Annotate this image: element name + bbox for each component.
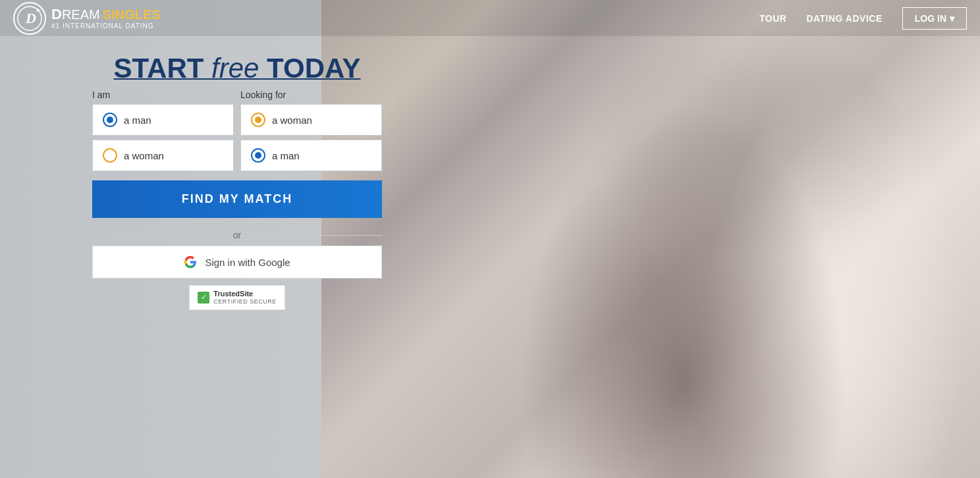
google-signin-button[interactable]: Sign in with Google: [92, 246, 382, 279]
navbar: D D REAM SINGLES #1 INTERNATIONAL DATING…: [0, 0, 980, 36]
looking-for-man-label: a man: [272, 150, 300, 161]
svg-text:D: D: [25, 10, 36, 26]
logo-tagline: #1 INTERNATIONAL DATING: [51, 22, 160, 30]
gender-selection: I am a man a woman Looking for a woman a…: [92, 90, 382, 175]
couple-silhouette: [321, 0, 980, 478]
i-am-man-option[interactable]: a man: [92, 104, 234, 136]
login-button[interactable]: LOG IN ▾: [902, 7, 967, 30]
logo-ream: REAM: [62, 7, 100, 22]
nav-links: TOUR DATING ADVICE LOG IN ▾: [759, 7, 967, 30]
looking-for-label: Looking for: [240, 90, 382, 100]
i-am-label: I am: [92, 90, 234, 100]
logo-text: D REAM SINGLES #1 INTERNATIONAL DATING: [51, 7, 160, 30]
headline-free: free: [211, 53, 267, 84]
trusted-text: TrustedSite CERTIFIED SECURE: [213, 290, 276, 305]
or-divider: or: [92, 230, 382, 240]
logo: D D REAM SINGLES #1 INTERNATIONAL DATING: [13, 2, 160, 35]
looking-for-man-option[interactable]: a man: [240, 140, 382, 171]
trusted-site-label: TrustedSite: [213, 290, 276, 298]
google-icon: [184, 255, 197, 269]
i-am-woman-option[interactable]: a woman: [92, 140, 234, 171]
trusted-badge-container: ✓ TrustedSite CERTIFIED SECURE: [189, 285, 285, 310]
looking-for-woman-label: a woman: [272, 115, 312, 126]
trusted-certified-label: CERTIFIED SECURE: [213, 298, 276, 305]
headline-start: START: [114, 53, 204, 84]
logo-circle: D: [13, 2, 46, 35]
logo-d: D: [51, 7, 62, 22]
looking-for-column: Looking for a woman a man: [240, 90, 382, 175]
trusted-check-icon: ✓: [198, 292, 209, 304]
or-line-right: [248, 235, 382, 236]
nav-dating-advice[interactable]: DATING ADVICE: [806, 13, 882, 24]
find-match-button[interactable]: FIND MY MATCH: [92, 180, 382, 218]
radio-looking-woman: [251, 113, 265, 127]
nav-tour[interactable]: TOUR: [759, 13, 786, 24]
or-label: or: [233, 230, 241, 240]
radio-woman: [103, 148, 117, 163]
i-am-man-label: a man: [124, 115, 151, 126]
logo-singles: SINGLES: [103, 7, 161, 22]
radio-man: [103, 113, 117, 127]
or-line-left: [92, 235, 227, 236]
i-am-woman-label: a woman: [124, 150, 164, 161]
radio-looking-man: [251, 148, 265, 163]
headline: START free TODAY: [92, 53, 382, 84]
main-content: START free TODAY I am a man a woman Look…: [92, 53, 382, 310]
chevron-down-icon: ▾: [950, 13, 954, 24]
headline-end: TODAY: [267, 53, 360, 84]
looking-for-woman-option[interactable]: a woman: [240, 104, 382, 136]
i-am-column: I am a man a woman: [92, 90, 234, 175]
trusted-site-badge: ✓ TrustedSite CERTIFIED SECURE: [92, 285, 382, 310]
google-signin-label: Sign in with Google: [205, 257, 290, 268]
